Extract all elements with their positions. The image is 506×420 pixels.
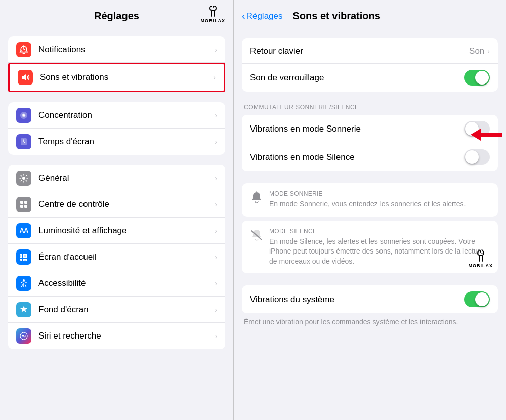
settings-item-wallpaper[interactable]: Fond d'écran › (8, 297, 225, 323)
retour-clavier-chevron: › (487, 47, 490, 55)
mode-silence-title: MODE SILENCE (269, 228, 490, 235)
svg-point-3 (23, 114, 25, 116)
retour-clavier-value: Son (469, 46, 484, 56)
mobilax-text-right: MOBILAX (469, 263, 493, 268)
focus-icon (16, 108, 31, 123)
notifications-icon (16, 42, 31, 57)
settings-item-homescreen[interactable]: Écran d'accueil › (8, 244, 225, 270)
left-title: Réglages (94, 10, 139, 22)
settings-item-sounds[interactable]: Sons et vibrations › (10, 64, 224, 91)
siri-label: Siri et recherche (38, 331, 215, 341)
group1: Notifications › Sons et vibrations › (0, 36, 233, 92)
settings-item-control[interactable]: Centre de contrôle › (8, 191, 225, 218)
group2: Concentration › Temps d'écran › (0, 102, 233, 155)
settings-item-accessibility[interactable]: Accessibilité › (8, 270, 225, 297)
notifications-label: Notifications (38, 45, 215, 55)
commutateur-header: COMMUTATEUR SONNERIE/SILENCE (244, 104, 498, 111)
settings-item-notifications[interactable]: Notifications › (8, 36, 225, 63)
vibrations-silence-label: Vibrations en mode Silence (250, 152, 464, 162)
general-icon (16, 171, 31, 186)
left-header: Réglages MOBILAX (0, 0, 233, 28)
notifications-chevron: › (215, 46, 217, 54)
general-chevron: › (215, 174, 217, 182)
sounds-chevron: › (213, 73, 216, 81)
svg-rect-12 (25, 254, 27, 256)
vibrations-sonnerie-toggle[interactable] (464, 121, 490, 137)
display-chevron: › (215, 227, 217, 235)
mode-sonnerie-text: MODE SONNERIE En mode Sonnerie, vous ent… (269, 190, 466, 209)
son-verrouillage-toggle[interactable] (464, 70, 490, 86)
screentime-chevron: › (215, 138, 217, 146)
display-label: Luminosité et affichage (38, 226, 215, 236)
son-verrouillage-toggle-knob (475, 71, 489, 85)
control-icon (16, 197, 31, 212)
system-vibrations-wrapper: Vibrations du système (242, 285, 498, 313)
vibrations-systeme-item[interactable]: Vibrations du système (242, 285, 498, 313)
sounds-highlighted-wrapper: Sons et vibrations › (8, 63, 225, 92)
mode-info-group: MODE SONNERIE En mode Sonnerie, vous ent… (242, 183, 498, 273)
mobilax-logo-right: MOBILAX (469, 249, 493, 268)
screentime-label: Temps d'écran (38, 137, 215, 147)
son-verrouillage-item[interactable]: Son de verrouillage (242, 64, 498, 92)
mode-sonnerie-icon (250, 191, 263, 206)
settings-item-focus[interactable]: Concentration › (8, 102, 225, 129)
svg-point-5 (22, 177, 25, 180)
settings-item-screentime[interactable]: Temps d'écran › (8, 129, 225, 155)
mode-sonnerie-desc: En mode Sonnerie, vous entendez les sonn… (269, 199, 466, 209)
son-verrouillage-label: Son de verrouillage (250, 73, 464, 83)
vibrations-sonnerie-label: Vibrations en mode Sonnerie (250, 124, 464, 134)
display-icon: AA (16, 223, 31, 238)
screentime-icon (16, 134, 31, 149)
back-label: Réglages (246, 11, 283, 21)
mode-silence-block: MODE SILENCE En mode Silence, les alerte… (242, 221, 498, 274)
svg-point-19 (23, 279, 25, 281)
control-chevron: › (215, 200, 217, 208)
retour-group: Retour clavier Son › Son de verrouillage (242, 38, 498, 92)
settings-list: Notifications › Sons et vibrations › (0, 28, 233, 357)
back-chevron-icon: ‹ (242, 10, 245, 22)
svg-rect-18 (25, 259, 27, 261)
commutateur-group-wrapper: Vibrations en mode Sonnerie Vibrations e… (242, 115, 498, 171)
vibrations-systeme-desc: Émet une vibration pour les commandes sy… (242, 317, 498, 327)
focus-label: Concentration (38, 110, 215, 120)
mode-sonnerie-title: MODE SONNERIE (269, 190, 466, 197)
settings-item-display[interactable]: AA Luminosité et affichage › (8, 218, 225, 244)
commutateur-group: COMMUTATEUR SONNERIE/SILENCE Vibrations … (242, 104, 498, 171)
right-content: Retour clavier Son › Son de verrouillage… (234, 28, 506, 420)
wallpaper-chevron: › (215, 306, 217, 314)
homescreen-label: Écran d'accueil (38, 252, 215, 262)
homescreen-chevron: › (215, 253, 217, 261)
settings-item-siri[interactable]: Siri et recherche › (8, 323, 225, 349)
tuning-fork-icon (206, 4, 220, 18)
svg-rect-9 (24, 205, 27, 208)
vibrations-silence-item[interactable]: Vibrations en mode Silence (242, 143, 498, 171)
vibrations-systeme-knob (475, 292, 489, 306)
svg-rect-15 (25, 256, 27, 258)
vibrations-sonnerie-item[interactable]: Vibrations en mode Sonnerie (242, 115, 498, 143)
retour-group-wrapper: Retour clavier Son › Son de verrouillage (242, 38, 498, 92)
right-title: Sons et vibrations (293, 10, 381, 22)
back-button[interactable]: ‹ Réglages (242, 10, 283, 22)
svg-rect-14 (23, 256, 25, 258)
svg-rect-17 (23, 259, 25, 261)
vibrations-systeme-toggle[interactable] (464, 291, 490, 307)
svg-rect-16 (20, 259, 22, 261)
retour-clavier-label: Retour clavier (250, 46, 469, 56)
mobilax-logo-left: MOBILAX (201, 4, 226, 23)
sounds-icon (18, 70, 33, 85)
siri-icon (16, 328, 31, 344)
group3: Général › Centre de contrôle › (0, 165, 233, 349)
focus-chevron: › (215, 111, 217, 119)
settings-item-general[interactable]: Général › (8, 165, 225, 191)
right-header: ‹ Réglages Sons et vibrations (234, 0, 506, 28)
tuning-fork-icon-right (474, 249, 488, 263)
control-label: Centre de contrôle (38, 199, 215, 209)
mobilax-text-left: MOBILAX (201, 18, 226, 23)
retour-clavier-item[interactable]: Retour clavier Son › (242, 38, 498, 64)
general-label: Général (38, 173, 215, 183)
wallpaper-icon (16, 302, 31, 317)
sounds-label: Sons et vibrations (40, 72, 213, 82)
mode-silence-icon (250, 229, 263, 244)
vibrations-silence-toggle[interactable] (464, 149, 490, 165)
svg-rect-13 (20, 256, 22, 258)
